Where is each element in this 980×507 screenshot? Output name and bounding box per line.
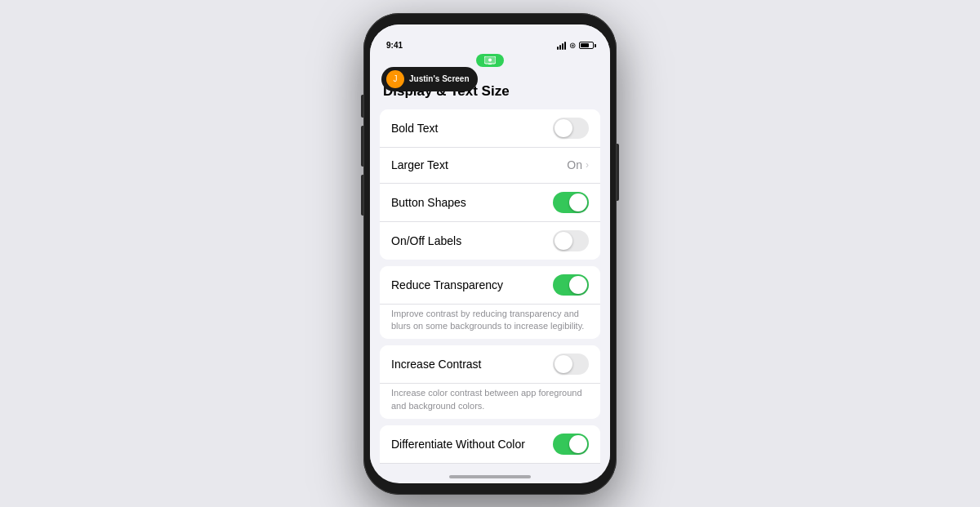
larger-text-row[interactable]: Larger Text On ›	[380, 148, 600, 184]
home-indicator	[449, 475, 531, 478]
button-shapes-row[interactable]: Button Shapes	[380, 184, 600, 222]
wifi-icon: ⊛	[569, 41, 576, 50]
time-display: 9:41	[386, 41, 403, 50]
toggle-knob	[569, 193, 587, 211]
screen-share-badge: J Justin's Screen	[381, 67, 478, 91]
reduce-transparency-description: Improve contrast by reducing transparenc…	[380, 305, 600, 340]
larger-text-value: On ›	[567, 158, 589, 171]
badge-label: Justin's Screen	[409, 74, 470, 83]
settings-list[interactable]: Bold Text Larger Text On ›	[370, 103, 610, 464]
screen-share-indicator	[476, 54, 504, 67]
larger-text-label: Larger Text	[391, 158, 448, 171]
volume-up-button	[361, 126, 363, 167]
toggle-knob	[569, 276, 587, 294]
settings-group-1: Bold Text Larger Text On ›	[380, 109, 600, 260]
phone-screen: 9:41 ⊛ J Justin'	[370, 24, 610, 483]
bold-text-row[interactable]: Bold Text	[380, 109, 600, 148]
phone-body: 9:41 ⊛ J Justin'	[363, 13, 617, 495]
button-shapes-toggle[interactable]	[553, 192, 589, 213]
onoff-labels-row[interactable]: On/Off Labels	[380, 222, 600, 260]
svg-rect-1	[488, 64, 492, 64]
mute-button	[361, 95, 363, 118]
toggle-knob	[555, 232, 572, 250]
bold-text-toggle[interactable]	[553, 118, 589, 139]
toggle-knob	[555, 119, 572, 137]
signal-bar-3	[562, 43, 564, 50]
reduce-transparency-row[interactable]: Reduce Transparency	[380, 266, 600, 305]
bold-text-label: Bold Text	[391, 122, 438, 135]
chevron-icon: ›	[586, 159, 589, 171]
toggle-knob	[555, 355, 572, 373]
increase-contrast-description: Increase color contrast between app fore…	[380, 384, 600, 419]
button-shapes-label: Button Shapes	[391, 196, 466, 209]
battery-icon	[579, 42, 594, 49]
volume-down-button	[361, 175, 363, 216]
differentiate-without-color-toggle[interactable]	[553, 434, 589, 455]
reduce-transparency-toggle[interactable]	[553, 274, 589, 296]
screen-share-icon	[484, 56, 496, 64]
badge-avatar: J	[386, 70, 404, 88]
battery-level	[581, 43, 589, 47]
increase-contrast-row[interactable]: Increase Contrast	[380, 345, 600, 384]
differentiate-without-color-label: Differentiate Without Color	[391, 438, 525, 451]
toggle-knob	[569, 435, 587, 453]
phone-device: 9:41 ⊛ J Justin'	[363, 13, 617, 495]
settings-group-2: Reduce Transparency Improve contrast by …	[380, 266, 600, 340]
settings-group-4: Differentiate Without Color Replaces use…	[380, 425, 600, 463]
signal-bar-4	[564, 42, 566, 50]
signal-bar-1	[557, 47, 559, 50]
differentiate-without-color-row[interactable]: Differentiate Without Color	[380, 425, 600, 463]
onoff-labels-label: On/Off Labels	[391, 234, 461, 247]
signal-bar-2	[559, 45, 561, 50]
reduce-transparency-label: Reduce Transparency	[391, 278, 503, 291]
power-button	[617, 144, 619, 201]
signal-strength	[557, 42, 566, 50]
increase-contrast-label: Increase Contrast	[391, 358, 482, 371]
onoff-labels-toggle[interactable]	[553, 230, 589, 251]
status-icons: ⊛	[557, 41, 594, 50]
settings-group-3: Increase Contrast Increase color contras…	[380, 345, 600, 419]
svg-point-2	[488, 58, 492, 61]
increase-contrast-toggle[interactable]	[553, 354, 589, 375]
